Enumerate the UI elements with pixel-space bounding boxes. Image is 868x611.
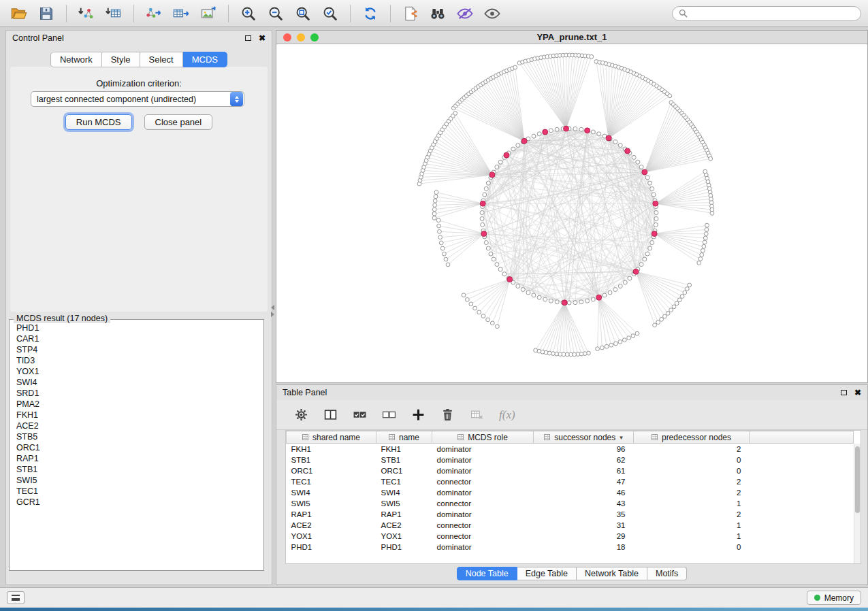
tab-edge-table[interactable]: Edge Table <box>517 567 577 580</box>
table-scrollbar-thumb[interactable] <box>855 446 860 513</box>
tab-node-table[interactable]: Node Table <box>457 567 517 580</box>
table-row[interactable]: YOX1YOX1connector291 <box>287 531 854 542</box>
hide-details-button[interactable] <box>453 3 477 24</box>
cell-shared_name: PHD1 <box>287 542 376 552</box>
window-zoom-icon[interactable] <box>310 33 319 42</box>
column-header-name[interactable]: name <box>376 431 432 444</box>
cell-successors: 35 <box>534 509 634 520</box>
table-row[interactable]: TEC1TEC1connector472 <box>287 476 854 487</box>
cell-role: dominator <box>432 509 534 520</box>
mcds-result-item[interactable]: STB1 <box>11 464 262 475</box>
table-row[interactable]: STB1STB1dominator620 <box>287 455 854 465</box>
show-details-button[interactable] <box>480 3 504 24</box>
mcds-result-item[interactable]: TID3 <box>11 355 262 366</box>
close-panel-icon[interactable]: ✖ <box>259 34 266 42</box>
hamburger-icon <box>12 595 20 601</box>
mcds-result-item[interactable]: STB5 <box>11 431 262 442</box>
mcds-result-item[interactable]: YOX1 <box>11 366 262 377</box>
splitter-collapse-icon[interactable] <box>271 305 274 317</box>
cell-name: RAP1 <box>376 509 432 520</box>
zoom-out-button[interactable] <box>263 3 288 24</box>
float-table-panel-icon[interactable] <box>841 390 847 395</box>
export-table-button[interactable] <box>169 3 193 24</box>
network-titlebar[interactable]: YPA_prune.txt_1 <box>276 31 867 44</box>
search-icon <box>679 9 688 18</box>
table-panel: Table Panel ✖ <box>276 384 868 585</box>
memory-label: Memory <box>824 593 854 603</box>
tab-network[interactable]: Network <box>50 52 102 67</box>
table-row[interactable]: RAP1RAP1dominator352 <box>287 509 854 520</box>
zoom-selected-button[interactable] <box>318 3 342 24</box>
mcds-result-item[interactable]: TEC1 <box>11 486 262 497</box>
find-network-button[interactable] <box>425 3 450 24</box>
run-mcds-button[interactable]: Run MCDS <box>65 114 132 130</box>
tab-motifs[interactable]: Motifs <box>647 567 687 580</box>
table-row[interactable]: ACE2ACE2connector311 <box>287 520 854 531</box>
window-minimize-icon[interactable] <box>297 33 305 42</box>
delete-table-button <box>470 408 484 422</box>
column-header-MCDS-role[interactable]: MCDS role <box>432 431 534 444</box>
table-row[interactable]: ORC1ORC1dominator610 <box>287 465 854 476</box>
tab-select[interactable]: Select <box>140 52 183 67</box>
zoom-in-button[interactable] <box>236 3 261 24</box>
refresh-layout-button[interactable] <box>358 3 383 24</box>
tab-style[interactable]: Style <box>102 52 140 67</box>
cell-filler <box>750 509 854 520</box>
mcds-result-item[interactable]: STP4 <box>11 344 262 355</box>
criterion-dropdown[interactable]: largest connected component (undirected) <box>31 91 244 107</box>
sort-icon <box>544 434 550 440</box>
share-document-button[interactable] <box>398 3 423 24</box>
open-session-button[interactable] <box>7 3 31 24</box>
mcds-result-item[interactable]: FKH1 <box>11 410 262 420</box>
mcds-result-item[interactable]: PHD1 <box>11 323 262 333</box>
table-row[interactable]: SWI5SWI5connector431 <box>287 498 854 509</box>
table-row[interactable]: SWI4SWI4dominator462 <box>287 487 854 498</box>
column-header-shared-name[interactable]: shared name <box>287 431 376 444</box>
mcds-result-item[interactable]: SRD1 <box>11 388 262 399</box>
import-table-button[interactable] <box>101 3 126 24</box>
close-panel-button[interactable]: Close panel <box>144 114 213 130</box>
show-columns-button[interactable] <box>323 408 338 422</box>
mcds-result-item[interactable]: SWI5 <box>11 475 262 486</box>
column-header-successor-nodes[interactable]: successor nodes▾ <box>534 431 634 444</box>
float-panel-icon[interactable] <box>245 35 251 41</box>
table-row[interactable]: PHD1PHD1dominator180 <box>287 542 854 552</box>
cell-predecessors: 1 <box>634 531 750 542</box>
cell-filler <box>750 520 854 531</box>
import-network-button[interactable] <box>74 3 99 24</box>
cell-role: dominator <box>432 444 534 455</box>
tab-network-table[interactable]: Network Table <box>577 567 647 580</box>
binoculars-icon <box>429 5 447 22</box>
deselect-all-rows-button[interactable] <box>382 408 396 422</box>
mcds-result-item[interactable]: ORC1 <box>11 442 262 453</box>
delete-columns-button[interactable] <box>440 408 455 422</box>
column-header-predecessor-nodes[interactable]: predecessor nodes <box>634 431 750 444</box>
mcds-result-item[interactable]: SWI4 <box>11 377 262 388</box>
search-input[interactable] <box>692 8 854 19</box>
tab-mcds[interactable]: MCDS <box>183 52 227 67</box>
table-scrollbar[interactable] <box>854 444 861 563</box>
new-column-button[interactable] <box>411 408 425 422</box>
mcds-result-item[interactable]: GCR1 <box>11 497 262 508</box>
export-image-button[interactable] <box>196 3 221 24</box>
select-all-rows-button[interactable] <box>353 408 367 422</box>
cell-name: ORC1 <box>376 465 432 476</box>
save-session-button[interactable] <box>34 3 59 24</box>
network-canvas[interactable] <box>276 44 867 382</box>
memory-button[interactable]: Memory <box>807 591 861 605</box>
column-label: name <box>399 433 419 442</box>
zoom-fit-button[interactable] <box>291 3 315 24</box>
mcds-result-item[interactable]: RAP1 <box>11 453 262 464</box>
export-network-button[interactable] <box>142 3 166 24</box>
cell-filler <box>750 455 854 465</box>
toolbar-search[interactable] <box>672 6 861 21</box>
mcds-result-item[interactable]: ACE2 <box>11 420 262 431</box>
panel-menu-button[interactable] <box>7 591 25 604</box>
mcds-result-item[interactable]: CAR1 <box>11 333 262 344</box>
chevron-down-icon: ▾ <box>620 434 623 441</box>
table-mode-button[interactable] <box>294 408 308 422</box>
window-close-icon[interactable] <box>283 33 291 42</box>
table-row[interactable]: FKH1FKH1dominator962 <box>287 444 854 455</box>
mcds-result-item[interactable]: PMA2 <box>11 399 262 410</box>
close-table-panel-icon[interactable]: ✖ <box>854 389 861 397</box>
